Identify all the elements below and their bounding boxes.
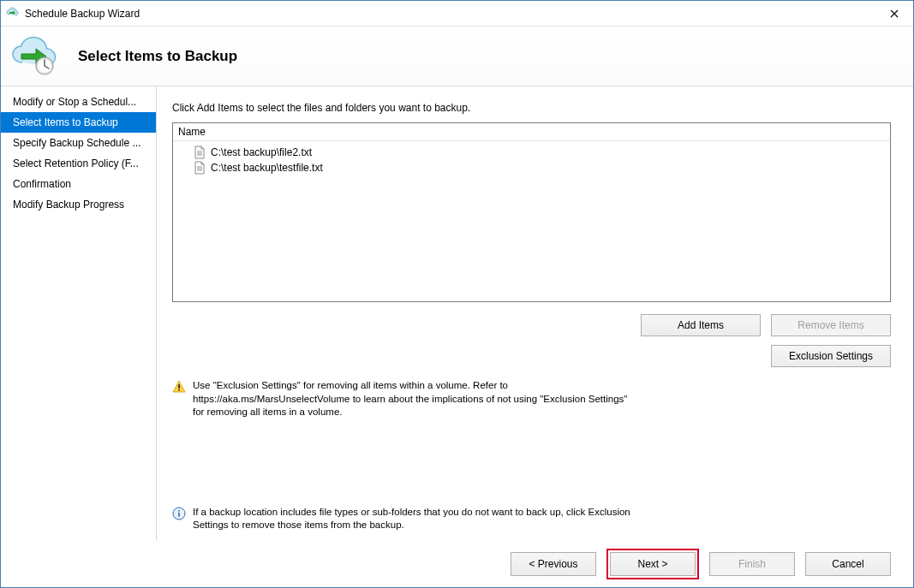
info-icon bbox=[172, 507, 186, 520]
svg-rect-3 bbox=[178, 389, 179, 391]
cancel-button[interactable]: Cancel bbox=[805, 552, 891, 576]
warning-text: Use "Exclusion Settings" for removing al… bbox=[193, 379, 635, 419]
file-icon bbox=[194, 161, 206, 175]
page-title: Select Items to Backup bbox=[78, 48, 237, 65]
instruction-text: Click Add Items to select the files and … bbox=[172, 102, 891, 114]
list-item[interactable]: C:\test backup\file2.txt bbox=[173, 145, 890, 160]
item-buttons-row: Add Items Remove Items bbox=[172, 314, 891, 336]
previous-button[interactable]: < Previous bbox=[511, 552, 596, 576]
titlebar: Schedule Backup Wizard bbox=[1, 1, 913, 27]
step-retention-policy[interactable]: Select Retention Policy (F... bbox=[1, 153, 156, 174]
exclusion-settings-button[interactable]: Exclusion Settings bbox=[771, 345, 891, 367]
svg-rect-5 bbox=[178, 513, 180, 517]
step-modify-progress[interactable]: Modify Backup Progress bbox=[1, 194, 156, 215]
step-modify-or-stop[interactable]: Modify or Stop a Schedul... bbox=[1, 92, 156, 112]
close-button[interactable] bbox=[875, 1, 913, 27]
add-items-button[interactable]: Add Items bbox=[641, 314, 761, 336]
next-button[interactable]: Next > bbox=[610, 552, 696, 576]
finish-button: Finish bbox=[709, 552, 795, 576]
step-confirmation[interactable]: Confirmation bbox=[1, 174, 156, 194]
wizard-header: Select Items to Backup bbox=[1, 27, 913, 86]
items-listbox[interactable]: Name C:\test backup\file2.txt C:\test ba… bbox=[172, 122, 891, 302]
warning-icon bbox=[172, 380, 186, 394]
window-title: Schedule Backup Wizard bbox=[25, 8, 875, 20]
steps-sidebar: Modify or Stop a Schedul... Select Items… bbox=[1, 86, 157, 541]
wizard-body: Modify or Stop a Schedul... Select Items… bbox=[1, 86, 913, 541]
remove-items-button: Remove Items bbox=[771, 314, 891, 336]
info-note: If a backup location includes file types… bbox=[172, 446, 635, 532]
svg-rect-2 bbox=[178, 384, 179, 389]
svg-rect-6 bbox=[178, 510, 180, 512]
step-specify-schedule[interactable]: Specify Backup Schedule ... bbox=[1, 133, 156, 153]
backup-logo-icon bbox=[9, 35, 61, 78]
close-icon bbox=[890, 9, 899, 18]
main-content: Click Add Items to select the files and … bbox=[157, 86, 913, 541]
items-rows: C:\test backup\file2.txt C:\test backup\… bbox=[173, 141, 890, 179]
list-item[interactable]: C:\test backup\testfile.txt bbox=[173, 160, 890, 175]
next-highlight: Next > bbox=[606, 549, 699, 579]
exclusion-row: Exclusion Settings bbox=[172, 345, 891, 367]
wizard-window: Schedule Backup Wizard Select Items to B… bbox=[0, 0, 914, 588]
info-text: If a backup location includes file types… bbox=[193, 506, 635, 532]
warning-note: Use "Exclusion Settings" for removing al… bbox=[172, 379, 635, 419]
list-item-label: C:\test backup\file2.txt bbox=[211, 146, 312, 158]
wizard-footer: < Previous Next > Finish Cancel bbox=[1, 541, 913, 587]
app-icon bbox=[6, 7, 20, 21]
column-header-name[interactable]: Name bbox=[173, 123, 890, 141]
list-item-label: C:\test backup\testfile.txt bbox=[211, 162, 323, 174]
file-icon bbox=[194, 146, 206, 159]
step-select-items[interactable]: Select Items to Backup bbox=[1, 112, 156, 133]
